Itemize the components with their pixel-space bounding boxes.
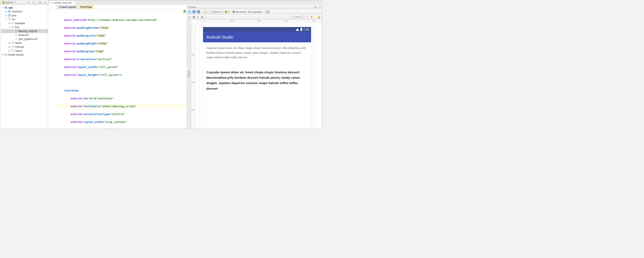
tree-node-typo-graphica[interactable]: T typo_graphica.otf xyxy=(1,37,48,41)
status-bar: 7:00 xyxy=(203,27,311,32)
layout-bounds-icon xyxy=(266,10,269,13)
preview-canvas[interactable]: 0 100 200 300 400 0 100 200 300 xyxy=(191,20,322,129)
tab-label: activity_main.xml xyxy=(54,2,72,4)
folder-icon xyxy=(8,18,11,21)
module-name: Android xyxy=(5,1,13,4)
layout-content[interactable]: Cupcake ipsum dolor sit. Amet chupa chup… xyxy=(203,42,311,95)
folder-icon xyxy=(11,42,14,44)
tree-node-drawable[interactable]: ▶ drawable xyxy=(1,21,48,25)
fit-button[interactable]: ⛶ xyxy=(305,15,309,19)
palette-strip[interactable]: Palette xyxy=(187,20,191,129)
android-icon xyxy=(2,1,4,4)
target-icon[interactable]: ◎ xyxy=(27,1,30,4)
expand-v-button[interactable]: ↕ xyxy=(210,15,214,19)
editor-tab-activity-main[interactable]: <> activity_main.xml × xyxy=(49,1,76,5)
zoom-out-button[interactable]: − xyxy=(292,15,295,19)
preview-title: Preview xyxy=(188,6,196,8)
orientation-button[interactable]: 🧭▾ xyxy=(203,10,208,14)
battery-icon xyxy=(300,28,302,31)
collapse-icon[interactable]: ⇤ xyxy=(44,1,47,4)
folder-icon xyxy=(11,26,14,28)
project-tree[interactable]: ▼ app ▶ manifests ▶ java ▼ res ▶ drawa xyxy=(0,5,48,129)
wifi-icon xyxy=(296,28,299,31)
close-icon[interactable]: × xyxy=(72,2,74,4)
ruler-vertical: 0 100 200 300 xyxy=(191,23,196,129)
breadcrumb-linearlayout[interactable]: LinearLayout xyxy=(57,5,78,9)
sync-icon[interactable]: ⇵ xyxy=(32,1,35,4)
textview1[interactable]: Cupcake ipsum dolor sit. Amet chupa chup… xyxy=(206,46,308,60)
globe-icon xyxy=(248,11,251,13)
tree-node-values[interactable]: ▶ values xyxy=(1,49,48,53)
hide-icon[interactable]: ⇥ xyxy=(318,6,320,9)
breadcrumb: LinearLayout TextView xyxy=(48,5,187,9)
xml-file-icon: <> xyxy=(51,2,53,4)
tree-node-gradle-scripts[interactable]: ▶ Gradle Scripts xyxy=(1,53,48,57)
preview-header: Preview ⚙▾ ⇥ xyxy=(187,5,322,9)
gradle-icon xyxy=(5,54,7,56)
palette-label: Palette xyxy=(188,71,190,78)
tree-node-layout[interactable]: ▶ layout xyxy=(1,41,48,45)
breadcrumb-textview[interactable]: TextView xyxy=(78,5,94,9)
device-frame[interactable]: 7:00 Android Studio Cupcake ipsum dolor … xyxy=(203,27,311,129)
sigma-button[interactable]: Σ xyxy=(196,15,200,19)
status-time: 7:00 xyxy=(304,28,309,31)
notifications-button[interactable]: 🔔 xyxy=(317,15,321,19)
tree-node-font[interactable]: ▼ font xyxy=(1,25,48,29)
pan-button[interactable]: ✋ xyxy=(310,15,314,19)
folder-icon xyxy=(11,46,14,48)
tree-node-lobster[interactable]: T lobster.ttf xyxy=(1,33,48,37)
android-icon xyxy=(225,11,227,13)
both-view-button[interactable] xyxy=(196,10,200,14)
folder-icon xyxy=(11,50,14,52)
font-file-icon: T xyxy=(15,34,18,36)
tree-node-mipmap[interactable]: ▶ mipmap xyxy=(1,45,48,49)
editor-gutter[interactable] xyxy=(48,9,57,129)
device-icon xyxy=(211,10,213,13)
expand-h-button[interactable]: ↔ xyxy=(206,15,210,19)
font-file-icon: T xyxy=(15,30,18,32)
warnings-button[interactable]: ▦ xyxy=(192,15,196,19)
device-selector[interactable]: Nexus 4▾ xyxy=(210,10,224,14)
code-editor[interactable]: ✓ xmlns:android="http://schemas.android.… xyxy=(57,9,187,129)
module-selector[interactable]: Android xyxy=(1,1,17,4)
app-title: Android Studio xyxy=(206,35,233,40)
design-view-button[interactable] xyxy=(188,10,192,14)
theme-selector[interactable]: AppTheme xyxy=(232,10,247,14)
folder-icon xyxy=(8,10,11,13)
textview2[interactable]: Cupcake ipsum dolor sit. Amet chupa chup… xyxy=(206,70,308,91)
zoom-in-button[interactable]: + xyxy=(301,15,304,19)
stack-button[interactable]: ▤ xyxy=(200,15,204,19)
api-selector[interactable]: O▾ xyxy=(224,10,231,14)
preview-toolbar: 🧭▾ Nexus 4▾ O▾ AppTheme Language▾ xyxy=(187,9,322,15)
zoom-level: 67% xyxy=(296,16,300,18)
folder-icon xyxy=(8,14,11,17)
app-bar: Android Studio xyxy=(203,32,311,42)
preview-subtoolbar: ⟳ ▦ Σ ▤ ↔ ↕ − 67% + ⛶ ✋ 🔔 xyxy=(187,15,322,20)
tree-node-res[interactable]: ▼ res xyxy=(1,17,48,21)
module-icon xyxy=(5,7,8,9)
ruler-horizontal: 0 100 200 300 400 xyxy=(196,20,322,23)
language-selector[interactable]: Language▾ xyxy=(248,10,263,14)
tree-node-dancing-script[interactable]: T dancing_script.ttf xyxy=(1,29,48,33)
font-file-icon: T xyxy=(15,38,18,40)
gear-icon[interactable]: ⚙▾ xyxy=(314,6,317,9)
theme-icon xyxy=(232,11,235,13)
inspection-ok-icon: ✓ xyxy=(184,10,186,13)
blueprint-view-button[interactable] xyxy=(192,10,196,14)
layout-variants-button[interactable]: ▾ xyxy=(266,10,271,14)
tree-node-java[interactable]: ▶ java xyxy=(1,14,48,17)
folder-icon xyxy=(11,22,14,24)
tree-node-manifests[interactable]: ▶ manifests xyxy=(1,10,48,14)
tree-node-app[interactable]: ▼ app xyxy=(1,6,48,10)
refresh-button[interactable]: ⟳ xyxy=(188,15,192,19)
gear-icon[interactable]: ⚙▾ xyxy=(39,1,42,4)
